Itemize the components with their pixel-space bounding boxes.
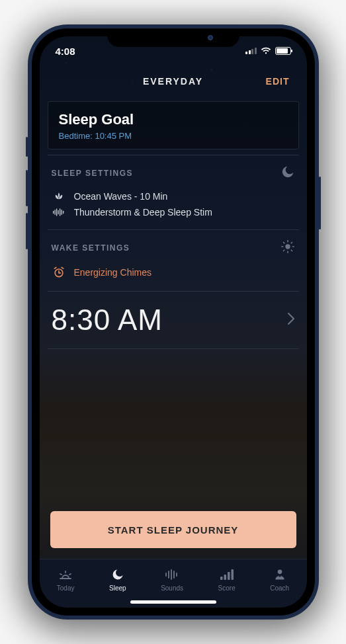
sleep-goal-title: Sleep Goal: [59, 111, 288, 128]
tab-label: Score: [218, 584, 236, 592]
status-bar: 4:08: [40, 36, 307, 65]
sleep-sound-row[interactable]: Ocean Waves - 10 Min: [52, 188, 295, 204]
sleep-goal-card[interactable]: Sleep Goal Bedtime: 10:45 PM: [48, 101, 299, 149]
tab-sounds[interactable]: Sounds: [161, 567, 183, 592]
screen-header: EVERYDAY EDIT: [40, 65, 307, 97]
screen-title: EVERYDAY: [143, 76, 203, 87]
svg-line-12: [283, 242, 284, 243]
svg-line-23: [69, 574, 71, 575]
sleep-sound-label: Thunderstorm & Deep Sleep Stim: [74, 207, 212, 218]
wifi-icon: [261, 47, 271, 55]
svg-line-14: [283, 250, 284, 251]
sleep-settings-label: SLEEP SETTINGS: [52, 169, 133, 178]
svg-line-13: [291, 250, 292, 251]
sleep-sound-label: Ocean Waves - 10 Min: [74, 191, 168, 202]
battery-icon: [275, 47, 291, 55]
svg-point-7: [285, 244, 290, 249]
alarm-clock-icon: [52, 266, 66, 279]
tab-label: Coach: [270, 584, 289, 592]
clock: 4:08: [56, 46, 75, 57]
tab-label: Sounds: [161, 584, 183, 592]
wake-settings-label: WAKE SETTINGS: [52, 243, 130, 253]
svg-point-33: [277, 570, 282, 575]
sleep-sound-row[interactable]: Thunderstorm & Deep Sleep Stim: [52, 204, 295, 220]
svg-rect-32: [231, 569, 234, 580]
edit-button[interactable]: EDIT: [266, 76, 290, 87]
svg-rect-29: [220, 577, 223, 580]
phone-frame: 4:08 EVERYDAY EDIT: [28, 24, 319, 620]
svg-rect-30: [224, 575, 226, 580]
sunrise-icon: [57, 567, 74, 582]
svg-line-22: [60, 574, 62, 575]
moon-icon: [281, 165, 295, 182]
svg-rect-34: [279, 576, 281, 577]
wake-time-value: 8:30 AM: [52, 303, 163, 337]
tab-label: Today: [57, 584, 75, 592]
tab-sleep[interactable]: Sleep: [109, 567, 126, 592]
soundwave-icon: [52, 207, 66, 218]
wake-time-row[interactable]: 8:30 AM: [48, 291, 299, 348]
bars-icon: [220, 567, 234, 582]
sleep-settings-section: SLEEP SETTINGS Ocean Waves - 10 Min: [48, 155, 299, 229]
lotus-icon: [52, 191, 66, 202]
svg-rect-31: [228, 572, 230, 580]
bedtime-text: Bedtime: 10:45 PM: [59, 131, 288, 141]
cta-label: START SLEEP JOURNEY: [108, 524, 239, 536]
home-indicator[interactable]: [130, 600, 216, 604]
moon-icon: [111, 567, 124, 582]
wake-settings-section: WAKE SETTINGS Energizing Chimes: [48, 229, 299, 291]
tab-coach[interactable]: Coach: [270, 567, 289, 592]
sun-icon: [281, 239, 295, 257]
tab-label: Sleep: [109, 584, 126, 592]
svg-line-15: [291, 242, 292, 243]
tab-today[interactable]: Today: [57, 567, 75, 592]
tab-score[interactable]: Score: [218, 567, 236, 592]
svg-line-20: [62, 268, 64, 269]
soundwave-icon: [164, 567, 180, 582]
wake-sound-row[interactable]: Energizing Chimes: [52, 263, 295, 282]
wake-sound-label: Energizing Chimes: [74, 267, 152, 278]
svg-line-19: [54, 268, 56, 269]
start-sleep-journey-button[interactable]: START SLEEP JOURNEY: [50, 511, 296, 548]
chevron-right-icon: [287, 312, 295, 328]
cellular-signal-icon: [245, 48, 257, 54]
coach-icon: [273, 567, 286, 582]
